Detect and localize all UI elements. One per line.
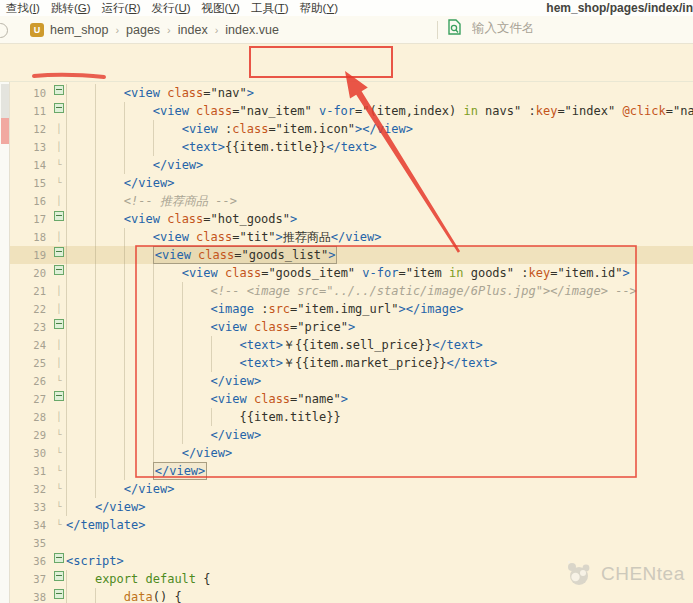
fold-toggle-icon[interactable] (52, 552, 66, 570)
code-line[interactable]: 27<view class="name"> (10, 390, 693, 408)
menu-item[interactable]: 帮助(Y) (300, 1, 338, 16)
watermark: CHENtea (563, 558, 685, 590)
code-line[interactable]: 21│<!-- <image src="../../static/image/6… (10, 282, 693, 300)
code-text: <text>￥{{item.sell_price}}</text> (66, 336, 693, 354)
file-search-icon (447, 19, 462, 36)
code-line[interactable]: 38data() { (10, 588, 693, 603)
fold-toggle-icon[interactable] (52, 210, 66, 228)
fold-guide: │ (52, 228, 66, 246)
fold-toggle-icon[interactable] (52, 246, 66, 264)
code-text: </view> (66, 174, 693, 192)
code-text: <view class="hot_goods"> (66, 210, 693, 228)
fold-guide: │ (52, 138, 66, 156)
code-line[interactable]: 17<view class="hot_goods"> (10, 210, 693, 228)
fold-guide: └ (52, 426, 66, 444)
code-line[interactable]: 33└</view> (10, 498, 693, 516)
fold-guide: │ (52, 354, 66, 372)
project-icon: U (30, 23, 44, 37)
code-text: </view> (66, 444, 693, 462)
code-line[interactable]: 14└</view> (10, 156, 693, 174)
breadcrumb-item[interactable]: index (178, 23, 208, 37)
code-line[interactable]: 25│<text>￥{{item.market_price}}</text> (10, 354, 693, 372)
menu-item[interactable]: 工具(T) (251, 1, 289, 16)
code-line[interactable]: 13│<text>{{item.title}}</text> (10, 138, 693, 156)
line-number: 24 (10, 336, 52, 354)
line-number: 38 (10, 588, 52, 603)
code-line[interactable]: 18│<view class="tit">推荐商品</view> (10, 228, 693, 246)
line-number: 33 (10, 498, 52, 516)
line-number: 20 (10, 264, 52, 282)
line-number: 31 (10, 462, 52, 480)
file-search-input[interactable] (470, 20, 654, 36)
line-number: 14 (10, 156, 52, 174)
fold-guide: └ (52, 174, 66, 192)
breadcrumb-item[interactable]: hem_shop (50, 23, 108, 37)
breadcrumb-item[interactable]: pages (126, 23, 160, 37)
menu-item[interactable]: 视图(V) (202, 1, 240, 16)
fold-toggle-icon[interactable] (52, 318, 66, 336)
menu-item[interactable]: 查找(I) (6, 1, 40, 16)
line-number: 36 (10, 552, 52, 570)
fold-toggle-icon[interactable] (52, 588, 66, 603)
code-line[interactable]: 28│{{item.title}} (10, 408, 693, 426)
breadcrumb-bar: U hem_shop›pages›index›index.vue (0, 16, 693, 44)
code-text: <view class="price"> (66, 318, 693, 336)
menu-item[interactable]: 跳转(G) (51, 1, 91, 16)
code-line[interactable]: 32└</view> (10, 480, 693, 498)
code-line[interactable]: 35 (10, 534, 693, 552)
line-number: 15 (10, 174, 52, 192)
fold-guide: └ (52, 516, 66, 534)
code-line[interactable]: 12│<view :class="item.icon"></view> (10, 120, 693, 138)
code-line[interactable]: 23<view class="price"> (10, 318, 693, 336)
fold-guide: └ (52, 372, 66, 390)
line-number: 18 (10, 228, 52, 246)
code-text: <view class="nav"> (66, 84, 693, 102)
code-line[interactable]: 19<view class="goods_list"> (10, 246, 693, 264)
line-number: 34 (10, 516, 52, 534)
code-line[interactable]: 15└</view> (10, 174, 693, 192)
code-line[interactable]: 22│<image :src="item.img_url"></image> (10, 300, 693, 318)
code-editor[interactable]: 10<view class="nav">11<view class="nav_i… (0, 82, 693, 603)
code-text (66, 534, 693, 552)
code-line[interactable]: 24│<text>￥{{item.sell_price}}</text> (10, 336, 693, 354)
code-line[interactable]: 10<view class="nav"> (10, 84, 693, 102)
code-text: <view class="goods_list"> (66, 246, 693, 264)
code-text: </view> (66, 480, 693, 498)
code-line[interactable]: 11<view class="nav_item" v-for="(item,in… (10, 102, 693, 120)
line-number: 17 (10, 210, 52, 228)
fold-toggle-icon[interactable] (52, 570, 66, 588)
code-line[interactable]: 20<view class="goods_item" v-for="item i… (10, 264, 693, 282)
fold-guide: │ (52, 192, 66, 210)
code-text: <view :class="item.icon"></view> (66, 120, 693, 138)
watermark-text: CHENtea (601, 563, 685, 585)
fold-toggle-icon[interactable] (52, 84, 66, 102)
toolbar-circle-icon[interactable] (0, 23, 8, 38)
code-text: </view> (66, 462, 693, 480)
code-text: <!-- 推荐商品 --> (66, 192, 693, 210)
code-text: <text>{{item.title}}</text> (66, 138, 693, 156)
fold-toggle-icon[interactable] (52, 390, 66, 408)
ruler-mark-gray (1, 84, 9, 118)
line-number: 26 (10, 372, 52, 390)
breadcrumb-items: hem_shop›pages›index›index.vue (50, 16, 279, 43)
code-line[interactable]: 16│<!-- 推荐商品 --> (10, 192, 693, 210)
code-text: <view class="nav_item" v-for="(item,inde… (66, 102, 693, 120)
code-line[interactable]: 31└</view> (10, 462, 693, 480)
breadcrumb-item[interactable]: index.vue (225, 23, 279, 37)
line-number: 16 (10, 192, 52, 210)
code-line[interactable]: 26└</view> (10, 372, 693, 390)
menu-item[interactable]: 发行(U) (152, 1, 191, 16)
line-number: 11 (10, 102, 52, 120)
line-number: 29 (10, 426, 52, 444)
code-line[interactable]: 30└</view> (10, 444, 693, 462)
code-line[interactable]: 34└</template> (10, 516, 693, 534)
fold-guide: └ (52, 498, 66, 516)
menu-item[interactable]: 运行(R) (102, 1, 141, 16)
fold-toggle-icon[interactable] (52, 102, 66, 120)
code-line[interactable]: 29└</view> (10, 426, 693, 444)
fold-toggle-icon[interactable] (52, 264, 66, 282)
watermark-logo-icon (563, 558, 595, 590)
line-number: 27 (10, 390, 52, 408)
fold-guide: │ (52, 120, 66, 138)
overview-ruler[interactable] (0, 82, 10, 603)
